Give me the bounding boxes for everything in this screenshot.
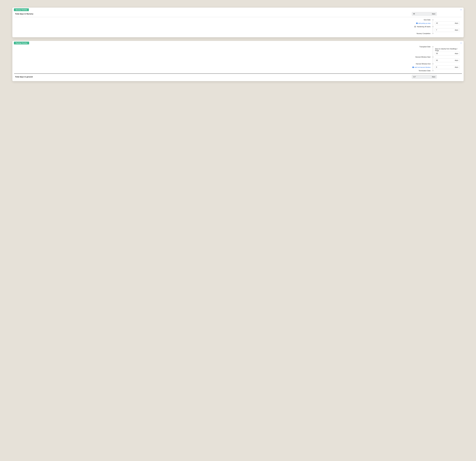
harvest-window-length-field[interactable]: 62 days — [435, 58, 460, 62]
end-to-termination-field[interactable]: 0 days — [435, 66, 460, 69]
collapse-planting-chevron-icon[interactable] — [460, 42, 462, 44]
planting-total-field: 117 days — [412, 75, 437, 79]
planting-total-label: Total days in ground — [15, 76, 33, 78]
maturity-caption: Days to maturity from Seedlings / Plugs — [435, 48, 461, 51]
harvest-window-length-value: 62 — [436, 59, 455, 61]
nursery-completion-label: Nursery Completion — [416, 33, 431, 34]
add-potting-up-step-link[interactable]: + Add potting up step — [416, 22, 431, 24]
nursery-card-header: Nursery Timeline — [12, 8, 464, 11]
sow-date-label: Sow Date — [424, 19, 431, 21]
harvest-end-dot-icon — [433, 63, 433, 64]
sow-to-hardening-field[interactable]: 42 days — [435, 21, 460, 25]
planting-total-row: Total days in ground 117 days — [12, 74, 464, 80]
planting-total-value: 117 — [413, 76, 432, 78]
divider — [15, 17, 461, 17]
days-to-maturity-value: 55 — [436, 53, 455, 55]
unit-days: days — [455, 53, 458, 55]
nursery-total-value: 49 — [413, 13, 432, 15]
nursery-total-field: 49 days — [412, 12, 437, 16]
unit-days: days — [455, 29, 458, 31]
harvest-start-dot-icon — [433, 57, 433, 58]
unit-days: days — [455, 22, 458, 24]
planting-badge: Planting Timeline — [14, 42, 29, 44]
planting-timeline: Transplant Date Days to maturity from Se… — [15, 45, 461, 73]
add-second-harvest-window-link[interactable]: + Add 2nd Harvest Window — [412, 66, 431, 68]
termination-date-label: Termination Date — [419, 70, 431, 72]
unit-days: days — [455, 66, 458, 68]
planting-card-header: Planting Timeline — [12, 41, 464, 44]
harvest-window-start-label: Harvest Window Start — [415, 56, 431, 58]
planting-total-unit: days — [432, 76, 435, 78]
nursery-total-label: Total days in Nursery — [15, 13, 33, 15]
days-to-maturity-field[interactable]: 55 days — [435, 52, 460, 55]
add-potting-up-step-text: Add potting up step — [418, 22, 431, 24]
planting-timeline-card: Planting Timeline Transplant Date Days t… — [12, 41, 464, 81]
nursery-total-row: Total days in Nursery 49 days — [12, 11, 464, 17]
nursery-badge: Nursery Timeline — [14, 8, 29, 11]
completion-dot-icon — [433, 33, 433, 34]
transplant-date-label: Transplant Date — [419, 46, 431, 48]
delete-hardening-step-button[interactable] — [414, 26, 416, 27]
end-to-termination-value: 0 — [436, 66, 455, 68]
plus-circle-icon: + — [412, 66, 414, 68]
nursery-total-unit: days — [432, 13, 435, 15]
harvest-window-end-label: Harvest Window End — [416, 63, 431, 65]
plus-circle-icon: + — [416, 23, 418, 24]
unit-days: days — [455, 59, 458, 61]
sow-to-hardening-value: 42 — [436, 22, 455, 24]
sow-date-dot-icon — [433, 19, 433, 20]
hardening-to-completion-value: 7 — [436, 29, 455, 31]
nursery-timeline-card: Nursery Timeline Total days in Nursery 4… — [12, 8, 464, 37]
hardening-dot-icon — [433, 26, 433, 27]
add-second-harvest-text: Add 2nd Harvest Window — [414, 66, 431, 68]
collapse-nursery-chevron-icon[interactable] — [460, 9, 462, 11]
hardening-off-label: Hardening off starts — [417, 26, 431, 28]
transplant-dot-icon — [433, 46, 433, 47]
termination-dot-icon — [433, 70, 433, 71]
hardening-to-completion-field[interactable]: 7 days — [435, 28, 460, 32]
nursery-timeline: Sow Date + Add potting up step 42 days — [15, 18, 461, 35]
